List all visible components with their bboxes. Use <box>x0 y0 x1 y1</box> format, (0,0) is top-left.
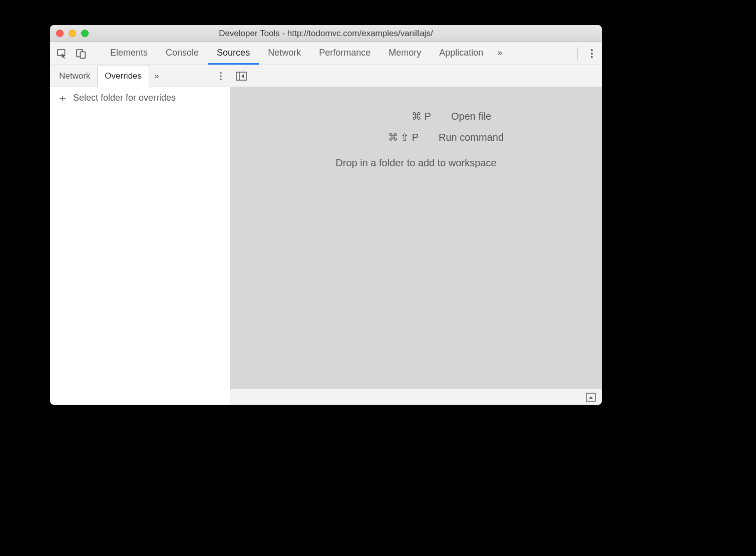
chevrons-right-icon: » <box>154 71 159 81</box>
tab-elements[interactable]: Elements <box>101 42 157 65</box>
shortcut-keys: ⌘ P <box>341 110 431 122</box>
window-title: Developer Tools - http://todomvc.com/exa… <box>50 29 602 39</box>
devtools-window: Developer Tools - http://todomvc.com/exa… <box>50 25 602 405</box>
close-window-button[interactable] <box>56 30 64 37</box>
shortcut-desc: Open file <box>451 111 491 122</box>
shortcut-row: ⌘ P Open file <box>341 110 491 122</box>
window-controls <box>56 30 89 37</box>
navigator-sidebar: Network Overrides » ＋ Select folder for … <box>50 65 230 405</box>
svg-rect-0 <box>58 49 65 55</box>
svg-rect-2 <box>80 52 85 58</box>
tab-performance[interactable]: Performance <box>310 42 380 65</box>
sidebar-tab-network[interactable]: Network <box>52 65 97 87</box>
editor-toolbar <box>230 65 602 87</box>
sidebar-tabs-overflow-button[interactable]: » <box>149 65 164 87</box>
tab-label: Sources <box>217 48 250 58</box>
toolbar-right <box>577 48 598 60</box>
workspace-hint: Drop in a folder to add to workspace <box>335 157 496 169</box>
svg-point-6 <box>220 72 222 74</box>
main-toolbar: Elements Console Sources Network Perform… <box>50 42 602 65</box>
plus-icon: ＋ <box>57 93 68 104</box>
editor-empty-state: ⌘ P Open file ⌘ ⇧ P Run command Drop in … <box>230 87 602 389</box>
main-tabs: Elements Console Sources Network Perform… <box>101 42 507 65</box>
shortcut-desc: Run command <box>439 132 504 143</box>
panel-body: Network Overrides » ＋ Select folder for … <box>50 65 602 405</box>
tab-memory[interactable]: Memory <box>380 42 430 65</box>
editor-footer <box>230 389 602 405</box>
tab-label: Performance <box>319 48 370 58</box>
device-toolbar-icon[interactable] <box>75 48 87 60</box>
svg-point-3 <box>591 49 593 51</box>
inspect-element-icon[interactable] <box>56 48 68 60</box>
titlebar: Developer Tools - http://todomvc.com/exa… <box>50 25 602 42</box>
zoom-window-button[interactable] <box>81 30 89 37</box>
tab-label: Memory <box>389 48 421 58</box>
tabs-overflow-button[interactable]: » <box>492 42 507 65</box>
minimize-window-button[interactable] <box>69 30 76 37</box>
more-options-icon[interactable] <box>586 48 598 60</box>
select-folder-label: Select folder for overrides <box>73 93 176 103</box>
shortcut-keys: ⌘ ⇧ P <box>328 131 419 143</box>
sidebar-tab-label: Overrides <box>105 71 142 81</box>
sidebar-more-icon[interactable] <box>215 70 227 82</box>
select-folder-for-overrides-button[interactable]: ＋ Select folder for overrides <box>50 87 230 109</box>
svg-point-7 <box>220 75 222 77</box>
tab-label: Network <box>268 48 301 58</box>
tab-sources[interactable]: Sources <box>208 42 259 65</box>
sidebar-tabs: Network Overrides » <box>50 65 230 87</box>
sidebar-tab-label: Network <box>59 71 90 81</box>
tab-network[interactable]: Network <box>259 42 310 65</box>
show-drawer-icon[interactable] <box>585 391 597 403</box>
chevrons-right-icon: » <box>497 48 502 58</box>
svg-point-4 <box>591 53 593 55</box>
toggle-navigator-icon[interactable] <box>235 70 247 82</box>
tab-label: Elements <box>110 48 148 58</box>
sidebar-tab-overrides[interactable]: Overrides <box>97 66 149 87</box>
svg-point-5 <box>591 56 593 58</box>
tab-console[interactable]: Console <box>157 42 208 65</box>
shortcut-row: ⌘ ⇧ P Run command <box>328 131 504 143</box>
tab-label: Application <box>439 48 483 58</box>
editor-area: ⌘ P Open file ⌘ ⇧ P Run command Drop in … <box>230 65 602 405</box>
tab-label: Console <box>166 48 199 58</box>
tab-application[interactable]: Application <box>430 42 492 65</box>
divider <box>577 48 578 60</box>
toolbar-left-icons <box>56 48 87 60</box>
svg-point-8 <box>220 78 222 80</box>
